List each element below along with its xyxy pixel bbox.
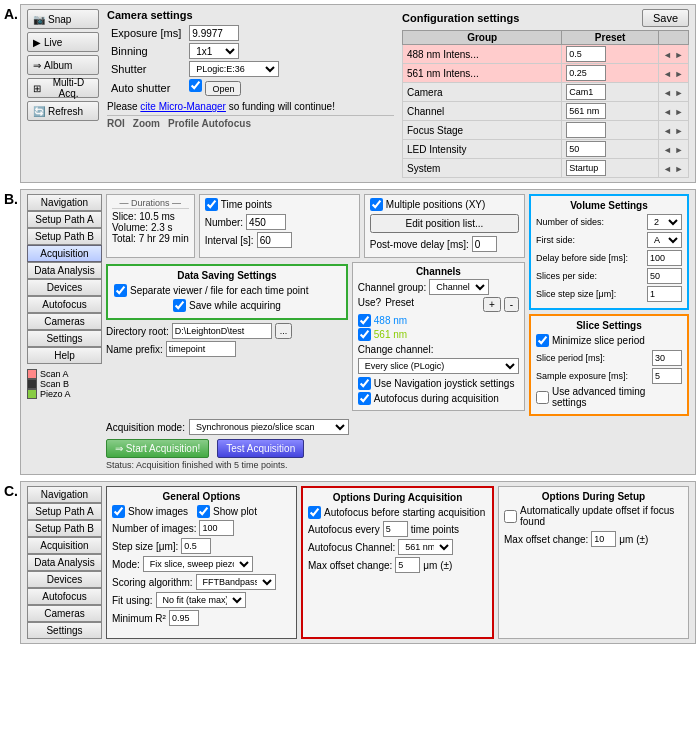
section-b: B. NavigationSetup Path ASetup Path BAcq… [4, 189, 696, 475]
mode-select-c[interactable]: Fix slice, sweep piezo [143, 556, 253, 572]
sidebar-nav-item-c-acquisition[interactable]: Acquisition [27, 537, 102, 554]
sidebar-nav-item-b-navigation[interactable]: Navigation [27, 194, 102, 211]
sidebar-nav-item-b-devices[interactable]: Devices [27, 279, 102, 296]
sidebar-nav-item-c-devices[interactable]: Devices [27, 571, 102, 588]
advanced-timing-checkbox[interactable] [536, 391, 549, 404]
show-plot-checkbox[interactable] [197, 505, 210, 518]
legend-item: Scan A [27, 369, 102, 379]
live-button[interactable]: ▶ Live [27, 32, 99, 52]
preset-arrow: ◄ ► [663, 107, 683, 117]
add-channel-button[interactable]: + [483, 297, 501, 312]
joystick-checkbox[interactable] [358, 377, 371, 390]
channel-row-488: 488 nm [358, 314, 519, 327]
binning-select[interactable]: 1x1 [189, 43, 239, 59]
remove-channel-button[interactable]: - [504, 297, 519, 312]
time-points-checkbox[interactable] [205, 198, 218, 211]
autofocus-channel-select[interactable]: 561 nm [398, 539, 453, 555]
config-preset-input[interactable] [566, 160, 606, 176]
browse-button[interactable]: ... [275, 323, 293, 339]
max-offset-input-c[interactable] [395, 557, 420, 573]
sidebar-nav-item-b-settings[interactable]: Settings [27, 330, 102, 347]
slice-period-input[interactable] [652, 350, 682, 366]
config-preset-input[interactable] [566, 46, 606, 62]
sidebar-nav-item-b-acquisition[interactable]: Acquisition [27, 245, 102, 262]
first-side-select[interactable]: A [647, 232, 682, 248]
slices-per-input[interactable] [647, 268, 682, 284]
interval-input[interactable] [257, 232, 292, 248]
sidebar-nav-item-c-autofocus[interactable]: Autofocus [27, 588, 102, 605]
auto-update-label: Automatically update offset if focus fou… [520, 505, 683, 527]
shutter-select[interactable]: PLogic:E:36 [189, 61, 279, 77]
sidebar-nav-item-c-cameras[interactable]: Cameras [27, 605, 102, 622]
sidebar-nav-item-b-data-analysis[interactable]: Data Analysis [27, 262, 102, 279]
volume-settings-title: Volume Settings [536, 200, 682, 211]
acq-mode-select[interactable]: Synchronous piezo/slice scan [189, 419, 349, 435]
save-button[interactable]: Save [642, 9, 689, 27]
test-acquisition-button[interactable]: Test Acquisition [217, 439, 304, 458]
autofocus-every-input[interactable] [383, 521, 408, 537]
open-button[interactable]: Open [205, 81, 241, 96]
sidebar-nav-item-b-cameras[interactable]: Cameras [27, 313, 102, 330]
min-r2-input[interactable] [169, 610, 199, 626]
config-preset-input[interactable] [566, 141, 606, 157]
number-input[interactable] [246, 214, 286, 230]
edit-position-list-button[interactable]: Edit position list... [370, 214, 519, 233]
minimize-slice-checkbox[interactable] [536, 334, 549, 347]
post-move-input[interactable] [472, 236, 497, 252]
sidebar-nav-item-c-data-analysis[interactable]: Data Analysis [27, 554, 102, 571]
auto-update-checkbox[interactable] [504, 510, 517, 523]
sample-exposure-input[interactable] [652, 368, 682, 384]
max-offset-change-input[interactable] [591, 531, 616, 547]
delay-before-input[interactable] [647, 250, 682, 266]
config-preset-input[interactable] [566, 84, 606, 100]
sidebar-nav-item-c-settings[interactable]: Settings [27, 622, 102, 639]
sidebar-nav-item-b-autofocus[interactable]: Autofocus [27, 296, 102, 313]
separate-viewer-checkbox[interactable] [114, 284, 127, 297]
dir-root-input[interactable] [172, 323, 272, 339]
sidebar-nav-item-c-setup-path-b[interactable]: Setup Path B [27, 520, 102, 537]
channel-488-checkbox[interactable] [358, 314, 371, 327]
change-channel-select[interactable]: Every slice (PLogic) [358, 358, 519, 374]
show-images-checkbox[interactable] [112, 505, 125, 518]
sidebar-nav-item-b-help[interactable]: Help [27, 347, 102, 364]
cite-link[interactable]: cite Micro-Manager [140, 101, 226, 112]
exposure-input[interactable] [189, 25, 239, 41]
config-table-row: System◄ ► [403, 159, 689, 178]
config-preset-input[interactable] [566, 122, 606, 138]
config-preset-input[interactable] [566, 65, 606, 81]
channel-561-checkbox[interactable] [358, 328, 371, 341]
save-while-acquiring-checkbox[interactable] [173, 299, 186, 312]
scoring-select[interactable]: FFTBandpass [196, 574, 276, 590]
multiple-positions-checkbox[interactable] [370, 198, 383, 211]
num-sides-select[interactable]: 2 [647, 214, 682, 230]
sidebar-nav-item-b-setup-path-a[interactable]: Setup Path A [27, 211, 102, 228]
start-acquisition-button[interactable]: ⇒ Start Acquisition! [106, 439, 209, 458]
acq-options-title: Options During Acquisition [308, 492, 487, 503]
autofocus-before-checkbox[interactable] [308, 506, 321, 519]
fit-using-select[interactable]: No fit (take max) [156, 592, 246, 608]
min-r2-label: Minimum R² [112, 613, 166, 624]
legend-label: Scan B [40, 379, 69, 389]
snap-button[interactable]: 📷 Snap [27, 9, 99, 29]
sidebar-nav-item-c-navigation[interactable]: Navigation [27, 486, 102, 503]
camera-settings-panel: Camera settings Exposure [ms] Binning 1x… [107, 9, 394, 129]
channel-row-561: 561 nm [358, 328, 519, 341]
refresh-button[interactable]: 🔄 Refresh [27, 101, 99, 121]
album-button[interactable]: ⇒ Album [27, 55, 99, 75]
autofocus-during-checkbox[interactable] [358, 392, 371, 405]
preset-col-label: Preset [385, 297, 414, 312]
max-offset-unit-c: μm (±) [423, 560, 452, 571]
step-size-input[interactable] [181, 538, 211, 554]
multid-button[interactable]: ⊞ Multi-D Acq. [27, 78, 99, 98]
auto-shutter-checkbox[interactable] [189, 79, 202, 92]
max-offset-change-unit: μm (±) [619, 534, 648, 545]
live-icon: ▶ [33, 37, 41, 48]
num-images-input[interactable] [199, 520, 234, 536]
name-prefix-input[interactable] [166, 341, 236, 357]
sidebar-nav-item-b-setup-path-b[interactable]: Setup Path B [27, 228, 102, 245]
slice-step-input[interactable] [647, 286, 682, 302]
num-sides-label: Number of sides: [536, 217, 647, 227]
channel-group-select[interactable]: Channel [429, 279, 489, 295]
sidebar-nav-item-c-setup-path-a[interactable]: Setup Path A [27, 503, 102, 520]
config-preset-input[interactable] [566, 103, 606, 119]
